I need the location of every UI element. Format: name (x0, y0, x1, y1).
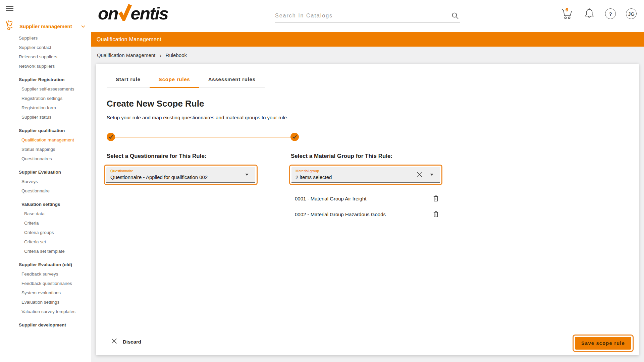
selected-material-groups-list: 0001 - Material Group Air freight 0002 -… (291, 192, 442, 221)
sidebar-item-network-suppliers[interactable]: Network suppliers (0, 61, 91, 71)
sidebar-item-base-data[interactable]: Base data (0, 209, 91, 218)
page-subtitle: Setup your rule and map existing questio… (107, 115, 628, 120)
delete-trash-icon[interactable] (432, 210, 440, 219)
sidebar-section-supplier-evaluation-old: Supplier Evaluation (old) (0, 260, 91, 269)
tab-bar: Start rule Scope rules Assessment rules (107, 72, 265, 88)
material-group-label: 0002 - Material Group Hazardous Goods (295, 212, 386, 217)
sidebar-item-supplier-contact[interactable]: Supplier contact (0, 43, 91, 52)
sidebar-section-supplier-qualification: Supplier qualification (0, 126, 91, 135)
questionnaire-highlight-box: Questionnaire Questionnaire - Applied fo… (104, 165, 258, 185)
dropdown-caret-icon[interactable] (430, 174, 433, 176)
sidebar-item-questionnaires[interactable]: Questionnaires (0, 154, 91, 163)
questionnaire-section-heading: Select a Questionnaire for This Rule: (107, 153, 258, 160)
material-field-label: Material group (296, 169, 417, 173)
tab-assessment-rules[interactable]: Assessment rules (199, 72, 265, 88)
progress-stepper (107, 133, 299, 141)
material-group-column: Select a Material Group for This Rule: M… (291, 153, 443, 221)
questionnaire-column: Select a Questionnaire for This Rule: Qu… (107, 153, 258, 221)
sidebar-section-valuation-settings: Valuation settings (0, 199, 91, 209)
catalog-search (275, 9, 460, 23)
material-section-heading: Select a Material Group for This Rule: (291, 153, 443, 160)
breadcrumb-current: Rulebook (166, 52, 187, 58)
step-check-icon (109, 135, 113, 139)
sidebar-section-supplier-development: Supplier development (0, 320, 91, 329)
breadcrumb: Qualification Management › Rulebook (91, 47, 644, 63)
questionnaire-field-label: Questionnaire (110, 169, 243, 173)
discard-label: Discard (123, 339, 141, 345)
help-icon[interactable]: ? (605, 8, 616, 19)
sidebar-item-criteria-set[interactable]: Criteria set (0, 237, 91, 246)
save-scope-rule-button[interactable]: Save scope rule (575, 337, 631, 350)
stepper-connector-line (115, 137, 290, 137)
close-icon (111, 338, 117, 345)
questionnaire-field-text: Questionnaire Questionnaire - Applied fo… (110, 169, 243, 180)
handtruck-icon (5, 20, 14, 32)
material-highlight-box: Material group 2 items selected (289, 165, 442, 185)
notifications-bell-icon[interactable] (584, 8, 595, 20)
avatar-initials: JG (628, 11, 635, 17)
menu-hamburger-icon[interactable] (6, 5, 13, 12)
questionnaire-field-value: Questionnaire - Applied for qualificatio… (110, 174, 243, 180)
top-header: onentis 6 ? JG (0, 0, 644, 32)
breadcrumb-parent[interactable]: Qualification Management (97, 52, 155, 58)
material-field-value: 2 items selected (296, 174, 417, 180)
chevron-down-icon (81, 23, 85, 29)
header-icon-group: 6 ? JG (560, 7, 637, 20)
clear-selection-icon[interactable] (417, 172, 423, 178)
step-check-icon (292, 135, 297, 139)
tab-scope-rules[interactable]: Scope rules (150, 72, 199, 88)
logo-text-entis: entis (131, 3, 168, 24)
rulebook-card: Start rule Scope rules Assessment rules … (96, 64, 639, 355)
sidebar-item-qualification-management[interactable]: Qualification management (0, 135, 91, 144)
sidebar-top (0, 0, 91, 17)
sidebar-item-surveys[interactable]: Surveys (0, 177, 91, 186)
sidebar-item-supplier-self-assessments[interactable]: Supplier self-assessments (0, 84, 91, 94)
sidebar-nav: Supplier management Suppliers Supplier c… (0, 17, 91, 329)
user-avatar[interactable]: JG (626, 8, 637, 19)
material-group-select[interactable]: Material group 2 items selected (291, 167, 440, 183)
search-input[interactable] (275, 9, 460, 22)
logo-check-icon (118, 4, 132, 25)
sidebar-section-supplier-evaluation: Supplier Evaluation (0, 167, 91, 177)
cart-icon[interactable]: 6 (560, 7, 574, 20)
sidebar-item-suppliers[interactable]: Suppliers (0, 33, 91, 43)
sidebar-item-questionnaire[interactable]: Questionnaire (0, 186, 91, 195)
banner-title: Qualification Management (97, 37, 161, 43)
sidebar-item-registration-settings[interactable]: Registration settings (0, 94, 91, 103)
main-content: Qualification Management › Rulebook Star… (91, 47, 644, 362)
step-1-complete (107, 133, 115, 141)
module-title-banner: Qualification Management (91, 32, 644, 47)
sidebar-item-supplier-management[interactable]: Supplier management (0, 19, 91, 33)
sidebar-root-label: Supplier management (19, 23, 81, 29)
sidebar-item-released-suppliers[interactable]: Released suppliers (0, 52, 91, 61)
sidebar-item-registration-form[interactable]: Registration form (0, 103, 91, 112)
search-icon[interactable] (451, 12, 459, 21)
step-2-complete (290, 133, 299, 141)
tab-start-rule[interactable]: Start rule (107, 72, 150, 88)
material-group-label: 0001 - Material Group Air freight (295, 196, 366, 201)
list-item: 0002 - Material Group Hazardous Goods (291, 207, 442, 221)
sidebar-item-system-evaluations[interactable]: System evaluations (0, 288, 91, 297)
delete-trash-icon[interactable] (432, 194, 440, 203)
sidebar-item-supplier-status[interactable]: Supplier status (0, 112, 91, 122)
sidebar-item-criteria-groups[interactable]: Criteria groups (0, 228, 91, 237)
page-title: Create New Scope Rule (107, 99, 628, 109)
sidebar: Supplier management Suppliers Supplier c… (0, 0, 91, 362)
help-glyph: ? (609, 11, 612, 17)
dropdown-caret-icon[interactable] (245, 174, 249, 176)
save-highlight-box: Save scope rule (573, 335, 634, 352)
questionnaire-select[interactable]: Questionnaire Questionnaire - Applied fo… (106, 167, 255, 183)
logo-text-on: on (98, 3, 118, 24)
sidebar-item-criteria-set-template[interactable]: Criteria set template (0, 246, 91, 256)
discard-button[interactable]: Discard (111, 338, 141, 345)
selection-columns: Select a Questionnaire for This Rule: Qu… (107, 153, 628, 221)
onventis-logo[interactable]: onentis (98, 2, 168, 24)
sidebar-item-feedback-surveys[interactable]: Feedback surveys (0, 269, 91, 279)
sidebar-item-valuation-survey-templates[interactable]: Valuation survey templates (0, 307, 91, 316)
list-item: 0001 - Material Group Air freight (291, 192, 442, 205)
material-field-text: Material group 2 items selected (296, 169, 417, 180)
sidebar-item-evaluation-settings[interactable]: Evaluation settings (0, 297, 91, 307)
sidebar-item-feedback-questionnaires[interactable]: Feedback questionnaires (0, 279, 91, 288)
sidebar-item-criteria[interactable]: Criteria (0, 218, 91, 228)
sidebar-item-status-mappings[interactable]: Status mappings (0, 144, 91, 154)
